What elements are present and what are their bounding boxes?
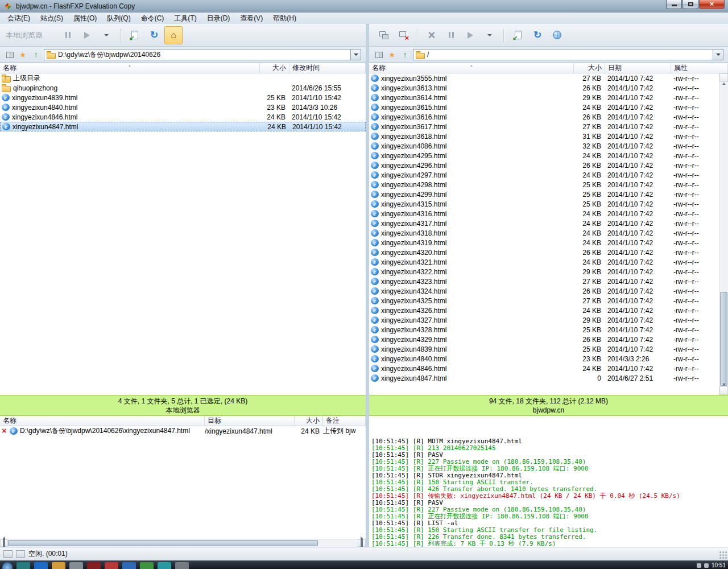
- taskbar-app-icon[interactable]: [175, 562, 189, 569]
- xingyezixun4323.html[interactable]: xingyezixun4323.html 27 KB 2014/1/10 7:4…: [369, 277, 719, 286]
- tray-icon[interactable]: [697, 563, 701, 568]
- xingyezixun4846.html[interactable]: xingyezixun4846.html 24 KB 2014/1/10 7:4…: [369, 364, 719, 373]
- xingyezixun4299.html[interactable]: xingyezixun4299.html 25 KB 2014/1/10 7:4…: [369, 189, 719, 199]
- pause-button[interactable]: [59, 26, 77, 44]
- close-button[interactable]: ×: [699, 0, 725, 9]
- xingyezixun4320.html[interactable]: xingyezixun4320.html 26 KB 2014/1/10 7:4…: [369, 248, 719, 257]
- start-menu-arrow[interactable]: [481, 26, 499, 44]
- xingyezixun4298.html[interactable]: xingyezixun4298.html 25 KB 2014/1/10 7:4…: [369, 180, 719, 189]
- scrollbar-thumb[interactable]: [8, 540, 318, 546]
- disconnect-button[interactable]: [394, 26, 412, 44]
- taskbar-app-icon[interactable]: [87, 562, 101, 569]
- xingyezixun4846.html[interactable]: xingyezixun4846.html 24 KB 2014/1/10 15:…: [0, 112, 366, 122]
- xingyezixun4086.html[interactable]: xingyezixun4086.html 32 KB 2014/1/10 7:4…: [369, 141, 719, 151]
- taskbar-app-icon[interactable]: [69, 562, 83, 569]
- xingyezixun4327.html[interactable]: xingyezixun4327.html 29 KB 2014/1/10 7:4…: [369, 315, 719, 325]
- abort-button[interactable]: [423, 26, 441, 44]
- view-panes-button[interactable]: [374, 50, 384, 60]
- xingyezixun4328.html[interactable]: xingyezixun4328.html 25 KB 2014/1/10 7:4…: [369, 325, 719, 335]
- xingyezixun4326.html[interactable]: xingyezixun4326.html 24 KB 2014/1/10 7:4…: [369, 306, 719, 315]
- column-header-size[interactable]: 大小: [574, 63, 605, 73]
- connect-button[interactable]: [375, 26, 393, 44]
- session-log-panel[interactable]: [10:51:45] [R] MDTM xingyezixun4847.html…: [369, 416, 728, 547]
- xingyezixun4322.html[interactable]: xingyezixun4322.html 29 KB 2014/1/10 7:4…: [369, 267, 719, 277]
- taskbar-app-icon[interactable]: [16, 562, 30, 569]
- xingyezixun4318.html[interactable]: xingyezixun4318.html 24 KB 2014/1/10 7:4…: [369, 228, 719, 238]
- xingyezixun4329.html[interactable]: xingyezixun4329.html 26 KB 2014/1/10 7:4…: [369, 335, 719, 344]
- column-header-name[interactable]: 名称: [0, 63, 260, 73]
- column-header-date[interactable]: 日期: [605, 63, 671, 73]
- scroll-left-button[interactable]: [0, 539, 8, 547]
- resize-grip[interactable]: [719, 551, 727, 559]
- menu-item[interactable]: 命令(C): [136, 13, 169, 24]
- xingyezixun4319.html[interactable]: xingyezixun4319.html 24 KB 2014/1/10 7:4…: [369, 238, 719, 248]
- taskbar-app-icon[interactable]: [105, 562, 118, 569]
- xingyezixun4297.html[interactable]: xingyezixun4297.html 24 KB 2014/1/10 7:4…: [369, 170, 719, 180]
- favorites-button[interactable]: [387, 50, 397, 60]
- web-button[interactable]: [548, 26, 566, 44]
- start-button[interactable]: [78, 26, 96, 44]
- xingyezixun4847.html[interactable]: xingyezixun4847.html 24 KB 2014/1/10 15:…: [0, 122, 366, 131]
- xingyezixun4325.html[interactable]: xingyezixun4325.html 27 KB 2014/1/10 7:4…: [369, 296, 719, 306]
- home-button[interactable]: [164, 26, 183, 44]
- menu-item[interactable]: 属性(O): [68, 13, 102, 24]
- xingyezixun4839.html[interactable]: xingyezixun4839.html 25 KB 2014/1/10 7:4…: [369, 344, 719, 354]
- menu-item[interactable]: 会话(E): [2, 13, 35, 24]
- view-panes-button[interactable]: [5, 50, 15, 60]
- 上级目录[interactable]: 上级目录: [0, 73, 366, 83]
- scroll-down-button[interactable]: [719, 386, 728, 395]
- menu-item[interactable]: 查看(V): [235, 13, 268, 24]
- queue-view-icon[interactable]: [3, 550, 13, 558]
- xingyezixun4317.html[interactable]: xingyezixun4317.html 24 KB 2014/1/10 7:4…: [369, 218, 719, 228]
- transfer-button[interactable]: [126, 26, 144, 44]
- xingyezixun3617.html[interactable]: xingyezixun3617.html 27 KB 2014/1/10 7:4…: [369, 122, 719, 131]
- xingyezixun3613.html[interactable]: xingyezixun3613.html 26 KB 2014/1/10 7:4…: [369, 83, 719, 93]
- vertical-scrollbar[interactable]: [719, 73, 728, 395]
- xingyezixun3616.html[interactable]: xingyezixun3616.html 26 KB 2014/1/10 7:4…: [369, 112, 719, 122]
- favorites-button[interactable]: [18, 50, 28, 60]
- xingyezixun4847.html[interactable]: xingyezixun4847.html 0 2014/6/27 2:51 -r…: [369, 373, 719, 383]
- scrollbar-thumb[interactable]: [720, 292, 727, 386]
- start-menu-arrow[interactable]: [97, 26, 115, 44]
- xingyezixun4316.html[interactable]: xingyezixun4316.html 24 KB 2014/1/10 7:4…: [369, 209, 719, 218]
- xingyezixun3615.html[interactable]: xingyezixun3615.html 24 KB 2014/1/10 7:4…: [369, 102, 719, 112]
- D:\gdy\wz\备份\bjwdpw\20140626\xingyezixun4847.html[interactable]: D:\gdy\wz\备份\bjwdpw\20140626\xingyezixun…: [0, 426, 366, 436]
- tray-icon[interactable]: [704, 563, 709, 568]
- xingyezixun3555.html[interactable]: xingyezixun3555.html 27 KB 2014/1/10 7:4…: [369, 73, 719, 83]
- refresh-button[interactable]: [528, 26, 547, 44]
- column-header-size[interactable]: 大小: [260, 63, 289, 73]
- xingyezixun4296.html[interactable]: xingyezixun4296.html 26 KB 2014/1/10 7:4…: [369, 160, 719, 170]
- path-dropdown-button[interactable]: [350, 50, 361, 60]
- xingyezixun3618.html[interactable]: xingyezixun3618.html 31 KB 2014/1/10 7:4…: [369, 131, 719, 141]
- taskbar-app-icon[interactable]: [122, 562, 136, 569]
- menu-item[interactable]: 工具(T): [169, 13, 201, 24]
- refresh-button[interactable]: [145, 26, 163, 44]
- xingyezixun4315.html[interactable]: xingyezixun4315.html 25 KB 2014/1/10 7:4…: [369, 199, 719, 209]
- start-button[interactable]: [461, 26, 479, 44]
- column-header-attr[interactable]: 属性: [671, 63, 728, 73]
- scroll-up-button[interactable]: [719, 73, 728, 82]
- xingyezixun4324.html[interactable]: xingyezixun4324.html 26 KB 2014/1/10 7:4…: [369, 286, 719, 296]
- menu-item[interactable]: 队列(Q): [102, 13, 135, 24]
- taskbar-app-icon[interactable]: [158, 562, 171, 569]
- taskbar-app-icon[interactable]: [52, 562, 65, 569]
- qihuopinzhong[interactable]: qihuopinzhong 2014/6/26 15:55: [0, 83, 366, 93]
- xingyezixun4840.html[interactable]: xingyezixun4840.html 23 KB 2014/3/3 2:26…: [369, 354, 719, 364]
- menu-item[interactable]: 站点(S): [35, 13, 68, 24]
- horizontal-scrollbar[interactable]: [0, 539, 366, 547]
- xingyezixun4839.html[interactable]: xingyezixun4839.html 25 KB 2014/1/10 15:…: [0, 93, 366, 102]
- transfer-button[interactable]: [509, 26, 527, 44]
- menu-item[interactable]: 帮助(H): [268, 13, 301, 24]
- local-path-combobox[interactable]: D:\gdy\wz\备份\bjwdpw\20140626: [44, 49, 361, 60]
- minimize-button[interactable]: [666, 0, 682, 9]
- xingyezixun4321.html[interactable]: xingyezixun4321.html 24 KB 2014/1/10 7:4…: [369, 257, 719, 267]
- taskbar-app-icon[interactable]: [140, 562, 154, 569]
- queue-column-size[interactable]: 大小: [295, 416, 323, 426]
- pause-button[interactable]: [442, 26, 460, 44]
- up-directory-button[interactable]: [31, 50, 41, 60]
- xingyezixun3614.html[interactable]: xingyezixun3614.html 29 KB 2014/1/10 7:4…: [369, 93, 719, 102]
- start-button[interactable]: [2, 562, 13, 569]
- remote-path-combobox[interactable]: /: [413, 49, 723, 60]
- queue-column-target[interactable]: 目标: [205, 416, 295, 426]
- xingyezixun4840.html[interactable]: xingyezixun4840.html 23 KB 2014/3/3 10:2…: [0, 102, 366, 112]
